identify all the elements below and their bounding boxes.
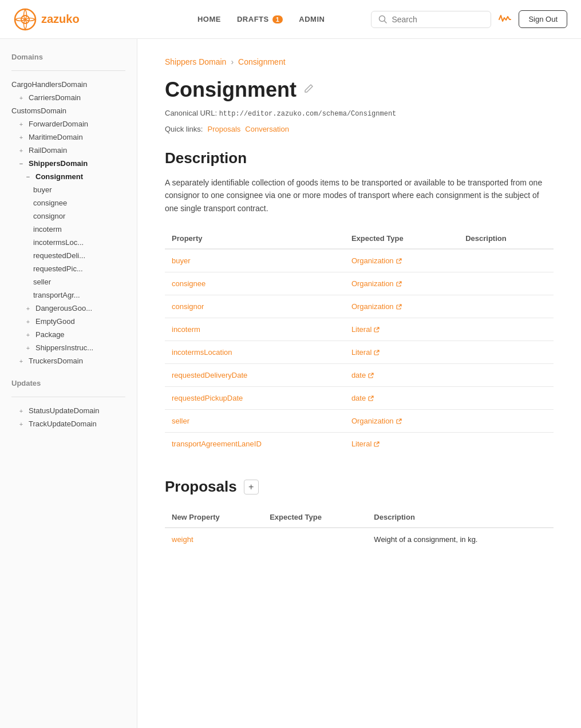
sidebar-item-consignee[interactable]: consignee bbox=[0, 196, 137, 209]
sidebar-item-package[interactable]: + Package bbox=[0, 328, 137, 341]
type-link[interactable]: Literal bbox=[351, 440, 452, 448]
table-row: weight Weight of a consignment, in kg. bbox=[165, 528, 554, 551]
property-description bbox=[459, 295, 554, 318]
property-link[interactable]: consignee bbox=[172, 279, 205, 288]
sidebar-item-cargo[interactable]: CargoHandlersDomain bbox=[0, 78, 137, 91]
proposal-property-link[interactable]: weight bbox=[172, 535, 193, 544]
type-link[interactable]: Organization bbox=[351, 279, 452, 288]
type-link[interactable]: date bbox=[351, 394, 452, 402]
sidebar-item-label: RailDomain bbox=[29, 146, 67, 155]
property-link[interactable]: incotermsLocation bbox=[172, 348, 232, 357]
logo[interactable]: zazuko bbox=[14, 8, 151, 31]
sidebar-item-consignment[interactable]: − Consignment bbox=[0, 170, 137, 183]
sidebar-item-requestedDeli[interactable]: requestedDeli... bbox=[0, 249, 137, 262]
sidebar-item-seller[interactable]: seller bbox=[0, 275, 137, 288]
table-row: consignee Organization bbox=[165, 272, 554, 295]
nav-admin[interactable]: ADMIN bbox=[299, 15, 325, 23]
canonical-label: Canonical URL: bbox=[165, 109, 217, 117]
activity-icon[interactable] bbox=[498, 13, 512, 26]
type-link[interactable]: Organization bbox=[351, 302, 452, 311]
maritime-toggle: + bbox=[17, 134, 25, 141]
nav-home[interactable]: HOME bbox=[197, 15, 221, 23]
property-link[interactable]: consignor bbox=[172, 302, 204, 311]
property-description bbox=[459, 433, 554, 456]
page-title: Consignment bbox=[165, 78, 297, 102]
type-link[interactable]: Literal bbox=[351, 325, 452, 334]
sidebar-item-label: DangerousGoo... bbox=[35, 304, 92, 312]
table-row: buyer Organization bbox=[165, 249, 554, 272]
sidebar-item-label: Package bbox=[35, 330, 65, 339]
drafts-badge: 1 bbox=[272, 15, 283, 23]
sidebar-item-consignor[interactable]: consignor bbox=[0, 209, 137, 223]
shippersInstruc-toggle: + bbox=[24, 345, 32, 351]
main-content: Shippers Domain › Consignment Consignmen… bbox=[137, 39, 581, 728]
type-link[interactable]: Organization bbox=[351, 417, 452, 425]
sidebar-item-transportAgr[interactable]: transportAgr... bbox=[0, 288, 137, 302]
property-link[interactable]: requestedPickupDate bbox=[172, 394, 243, 402]
sidebar-item-emptyGood[interactable]: + EmptyGood bbox=[0, 315, 137, 328]
truckers-toggle: + bbox=[17, 358, 25, 365]
table-row: incoterm Literal bbox=[165, 318, 554, 341]
sidebar-item-statusUpdate[interactable]: + StatusUpdateDomain bbox=[0, 404, 137, 417]
dangerousGoo-toggle: + bbox=[24, 305, 32, 312]
sidebar-item-trackUpdate[interactable]: + TrackUpdateDomain bbox=[0, 417, 137, 430]
sidebar-item-customs[interactable]: CustomsDomain bbox=[0, 104, 137, 117]
search-box[interactable] bbox=[371, 11, 491, 28]
sidebar-item-buyer[interactable]: buyer bbox=[0, 183, 137, 196]
type-link[interactable]: Organization bbox=[351, 256, 452, 265]
sidebar-item-shippersInstruc[interactable]: + ShippersInstruc... bbox=[0, 341, 137, 354]
type-link[interactable]: date bbox=[351, 371, 452, 379]
sidebar-divider-domains bbox=[11, 70, 125, 71]
sidebar-item-rail[interactable]: + RailDomain bbox=[0, 144, 137, 157]
sidebar-item-label: seller bbox=[33, 278, 51, 286]
sidebar-item-truckers[interactable]: + TruckersDomain bbox=[0, 354, 137, 367]
sidebar-item-incotermsLoc[interactable]: incotermsLoc... bbox=[0, 236, 137, 249]
type-link[interactable]: Literal bbox=[351, 348, 452, 357]
sidebar-item-dangerousGoo[interactable]: + DangerousGoo... bbox=[0, 302, 137, 315]
edit-icon[interactable] bbox=[303, 84, 314, 96]
col-expected-type-p: Expected Type bbox=[263, 507, 367, 528]
quick-link-proposals[interactable]: Proposals bbox=[207, 125, 240, 133]
sidebar-item-requestedPic[interactable]: requestedPic... bbox=[0, 262, 137, 275]
sidebar-item-maritime[interactable]: + MaritimeDomain bbox=[0, 130, 137, 144]
property-description bbox=[459, 410, 554, 433]
sidebar-item-forwarder[interactable]: + ForwarderDomain bbox=[0, 117, 137, 130]
breadcrumb-current: Consignment bbox=[238, 57, 286, 66]
property-table: Property Expected Type Description buyer… bbox=[165, 228, 554, 455]
sidebar-item-shippers[interactable]: − ShippersDomain bbox=[0, 157, 137, 170]
sidebar-item-carriers[interactable]: + CarriersDomain bbox=[0, 91, 137, 104]
nav-drafts[interactable]: DRAFTS 1 bbox=[237, 15, 283, 23]
proposals-title-row: Proposals + bbox=[165, 478, 554, 496]
col-expected-type: Expected Type bbox=[345, 228, 459, 249]
property-link[interactable]: incoterm bbox=[172, 325, 200, 334]
col-description: Description bbox=[459, 228, 554, 249]
logo-text: zazuko bbox=[41, 13, 80, 26]
sidebar-divider-updates bbox=[11, 397, 125, 397]
property-link[interactable]: buyer bbox=[172, 256, 191, 265]
package-toggle: + bbox=[24, 331, 32, 338]
table-row: consignor Organization bbox=[165, 295, 554, 318]
sidebar-item-label: consignee bbox=[33, 199, 67, 207]
signout-button[interactable]: Sign Out bbox=[519, 10, 567, 28]
canonical-url-value: http://editor.zazuko.com/schema/Consignm… bbox=[219, 110, 397, 118]
property-link[interactable]: seller bbox=[172, 417, 189, 425]
add-proposal-button[interactable]: + bbox=[244, 480, 259, 494]
quick-link-conversation[interactable]: Conversation bbox=[245, 125, 289, 133]
header: zazuko HOME DRAFTS 1 ADMIN Sign Out bbox=[0, 0, 581, 39]
sidebar-item-label: incotermsLoc... bbox=[33, 238, 84, 247]
shippers-toggle: − bbox=[17, 160, 25, 167]
sidebar-item-label: TrackUpdateDomain bbox=[29, 420, 97, 428]
breadcrumb-parent[interactable]: Shippers Domain bbox=[165, 57, 226, 66]
rail-toggle: + bbox=[17, 147, 25, 154]
sidebar-item-incoterm[interactable]: incoterm bbox=[0, 223, 137, 236]
table-row: seller Organization bbox=[165, 410, 554, 433]
table-row: transportAgreementLaneID Literal bbox=[165, 433, 554, 456]
property-link[interactable]: requestedDeliveryDate bbox=[172, 371, 247, 379]
sidebar-item-label: CustomsDomain bbox=[11, 106, 66, 115]
proposals-table: New Property Expected Type Description w… bbox=[165, 507, 554, 551]
emptyGood-toggle: + bbox=[24, 318, 32, 325]
property-link[interactable]: transportAgreementLaneID bbox=[172, 440, 262, 448]
sidebar-item-label: requestedPic... bbox=[33, 264, 83, 273]
search-input[interactable] bbox=[392, 15, 484, 24]
property-description bbox=[459, 249, 554, 272]
